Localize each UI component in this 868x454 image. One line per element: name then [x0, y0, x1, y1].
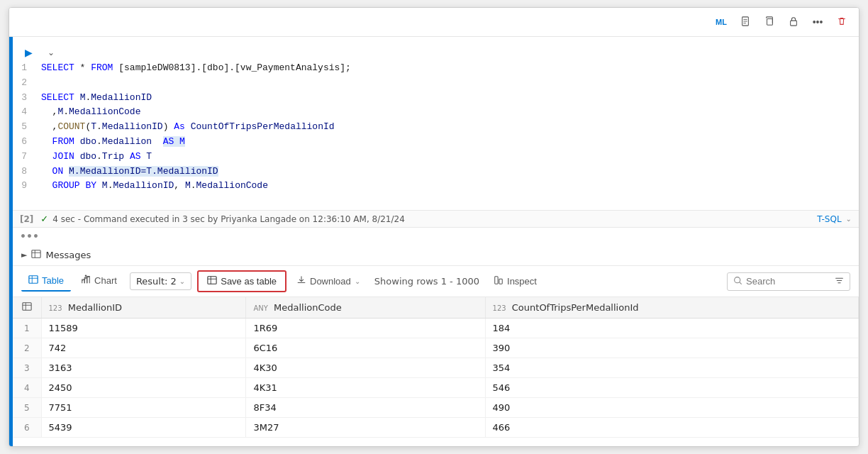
delete-icon-btn[interactable] [832, 12, 852, 32]
table-row: 5 7751 8F34 490 [13, 398, 859, 418]
row-number-cell: 3 [13, 358, 41, 378]
table-tab-icon [28, 275, 38, 287]
count-trips-cell: 354 [485, 358, 858, 378]
medallion-code-header: ANY MedallionCode [246, 297, 485, 319]
delete-icon [837, 16, 847, 28]
svg-rect-17 [499, 279, 502, 284]
medallion-code-cell: 4K31 [246, 378, 485, 398]
code-line-4: 4 ,M.MedallionCode [13, 105, 852, 120]
code-line-9: 9 GROUP BY M.MedallionID, M.MedallionCod… [13, 179, 852, 194]
table-row: 1 11589 1R69 184 [13, 319, 859, 338]
messages-label: Messages [45, 250, 91, 260]
messages-section[interactable]: ► Messages [13, 245, 859, 265]
ml-icon: ML [716, 18, 727, 26]
svg-rect-4 [767, 18, 773, 25]
code-line-5: 5 ,COUNT(T.MedallionID) As CountOfTripsP… [13, 120, 852, 135]
chart-tab[interactable]: Chart [74, 271, 124, 292]
search-input[interactable] [746, 276, 831, 287]
filter-icon-btn[interactable] [835, 276, 844, 287]
medallion-code-cell: 8F34 [246, 398, 485, 418]
ml-button[interactable]: ML [711, 12, 731, 32]
medallion-code-cell: 3M27 [246, 418, 485, 438]
table-row: 4 2450 4K31 546 [13, 378, 859, 398]
row-number-cell: 4 [13, 378, 41, 398]
more-icon-btn[interactable]: ••• [808, 12, 828, 32]
medallion-id-header: 123 MedallionID [41, 297, 246, 319]
save-table-label: Save as table [221, 276, 277, 287]
data-table: 123 MedallionID ANY MedallionCode 123 Co… [13, 297, 859, 438]
download-icon [296, 275, 306, 287]
showing-rows-label: Showing rows 1 - 1000 [374, 276, 479, 287]
row-number-cell: 5 [13, 398, 41, 418]
medallion-id-cell: 3163 [41, 358, 246, 378]
table-row: 6 5439 3M27 466 [13, 418, 859, 438]
download-chevron-icon: ⌄ [355, 277, 360, 285]
medallion-id-cell: 742 [41, 338, 246, 358]
svg-rect-5 [791, 21, 797, 26]
code-line-6: 6 FROM dbo.Medallion AS M [13, 135, 852, 150]
table-tab-label: Table [42, 275, 64, 286]
count-trips-cell: 390 [485, 338, 858, 358]
top-toolbar: ML [9, 8, 859, 37]
table-tab[interactable]: Table [21, 271, 71, 292]
table-header-row: 123 MedallionID ANY MedallionCode 123 Co… [13, 297, 859, 319]
medallion-code-cell: 1R69 [246, 319, 485, 338]
results-toolbar: Table Chart Result: [13, 265, 859, 297]
result-select-chevron: ⌄ [179, 277, 185, 285]
lock-icon [789, 16, 799, 28]
lock-icon-btn[interactable] [784, 12, 803, 32]
editor-area: ▶ ⌄ 1 SELECT * FROM [sampleDW0813].[dbo]… [13, 37, 859, 446]
status-bar: [2] ✓ 4 sec - Command executed in 3 sec … [13, 210, 859, 228]
download-button[interactable]: Download ⌄ [289, 272, 367, 291]
save-table-icon [207, 275, 217, 287]
expand-icon: ► [21, 250, 27, 260]
chevron-down-icon: ⌄ [48, 48, 55, 57]
medallion-code-col-label: MedallionCode [274, 302, 342, 313]
search-box[interactable] [727, 272, 850, 291]
inspect-label: Inspect [507, 276, 537, 287]
svg-rect-13 [208, 277, 216, 284]
row-number-cell: 6 [13, 418, 41, 438]
run-button[interactable]: ▶ [20, 44, 37, 61]
inspect-icon [494, 275, 503, 287]
table-icon [31, 249, 41, 261]
count-trips-cell: 490 [485, 398, 858, 418]
count-trips-header: 123 CountOfTripsPerMedallionId [485, 297, 858, 319]
main-window: ML [9, 7, 859, 447]
save-as-table-button[interactable]: Save as table [197, 270, 286, 292]
table-row: 2 742 6C16 390 [13, 338, 859, 358]
chart-tab-icon [81, 275, 91, 287]
chart-tab-label: Chart [94, 275, 117, 286]
search-icon [733, 276, 742, 287]
collapse-button[interactable]: ⌄ [43, 44, 60, 61]
cell-reference: [2] [20, 214, 33, 224]
medallion-id-cell: 2450 [41, 378, 246, 398]
main-content: ▶ ⌄ 1 SELECT * FROM [sampleDW0813].[dbo]… [9, 37, 859, 446]
code-line-2: 2 [13, 76, 852, 91]
result-select-label: Result: 2 [136, 276, 177, 287]
language-indicator: T-SQL [817, 214, 841, 224]
result-select[interactable]: Result: 2 ⌄ [130, 272, 191, 290]
medallion-id-cell: 7751 [41, 398, 246, 418]
row-number-cell: 2 [13, 338, 41, 358]
code-line-3: 3 SELECT M.MedallionID [13, 91, 852, 106]
editor-header: ▶ ⌄ [13, 37, 859, 61]
lang-chevron-icon: ⌄ [846, 215, 852, 223]
copy-icon [764, 16, 774, 28]
notebook-icon-btn[interactable] [735, 12, 755, 32]
svg-point-12 [85, 275, 87, 277]
count-trips-cell: 466 [485, 418, 858, 438]
row-number-cell: 1 [13, 319, 41, 338]
svg-rect-19 [23, 303, 31, 311]
count-trips-cell: 546 [485, 378, 858, 398]
run-icon: ▶ [25, 47, 33, 58]
medallion-code-cell: 6C16 [246, 338, 485, 358]
status-check-icon: ✓ [40, 214, 48, 224]
svg-rect-16 [495, 277, 498, 284]
code-line-1: 1 SELECT * FROM [sampleDW0813].[dbo].[vw… [13, 61, 852, 76]
ellipsis-row: ••• [13, 228, 859, 245]
copy-icon-btn[interactable] [760, 12, 779, 32]
inspect-button[interactable]: Inspect [486, 272, 544, 291]
download-label: Download [310, 276, 351, 287]
more-icon: ••• [813, 16, 823, 28]
